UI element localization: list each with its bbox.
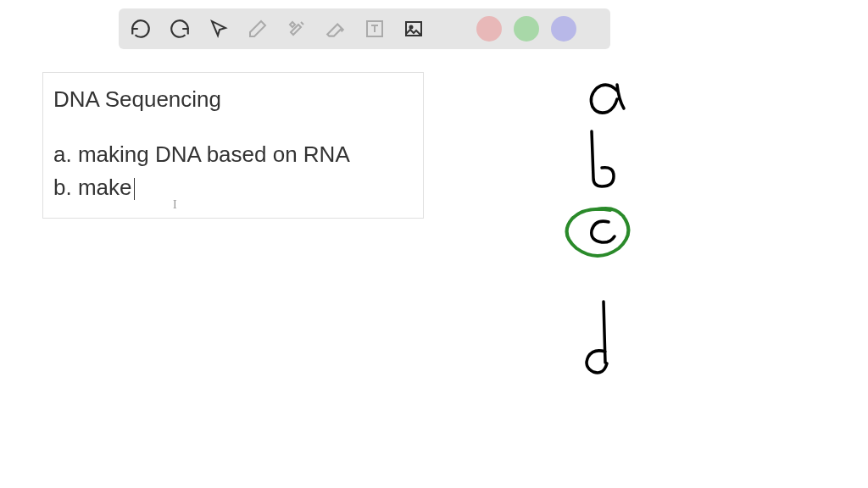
handwritten-c [592, 221, 615, 242]
color-purple[interactable] [551, 16, 576, 42]
toolbar [119, 8, 610, 49]
redo-button[interactable] [166, 15, 193, 42]
handwritten-d [587, 302, 607, 373]
text-input-box[interactable]: DNA Sequencing a. making DNA based on RN… [42, 72, 424, 219]
undo-button[interactable] [127, 15, 154, 42]
svg-point-2 [410, 26, 413, 29]
handwritten-b [592, 131, 614, 186]
eraser-tool-button[interactable] [322, 15, 349, 42]
text-line-a: a. making DNA based on RNA [53, 138, 413, 171]
text-title: DNA Sequencing [53, 83, 413, 116]
pen-tool-button[interactable] [244, 15, 271, 42]
image-tool-button[interactable] [400, 15, 427, 42]
tools-button[interactable] [283, 15, 310, 42]
color-green[interactable] [514, 16, 539, 42]
circle-around-c [567, 208, 629, 256]
text-caret [134, 178, 135, 200]
handwritten-a [591, 85, 624, 113]
color-black[interactable] [439, 16, 465, 42]
cursor-tool-button[interactable] [205, 15, 232, 42]
ibeam-cursor-icon: I [173, 198, 177, 212]
color-pink[interactable] [476, 16, 502, 42]
text-tool-button[interactable] [361, 15, 388, 42]
text-line-b: b. make [53, 171, 413, 204]
